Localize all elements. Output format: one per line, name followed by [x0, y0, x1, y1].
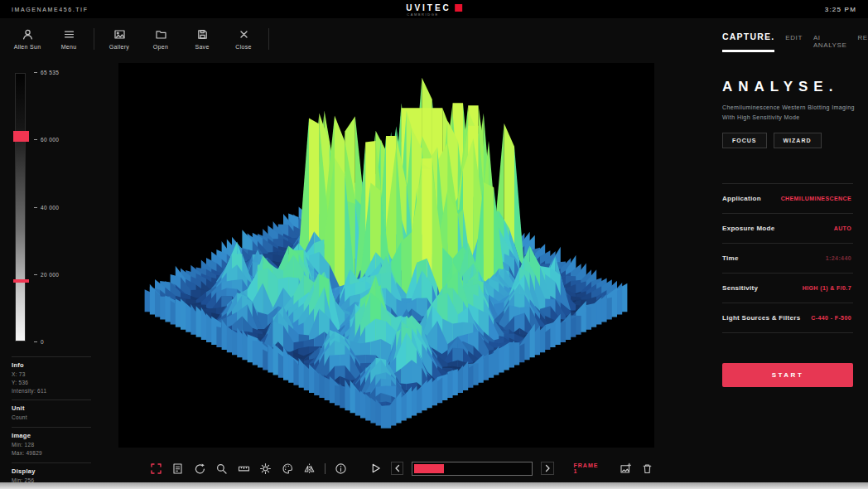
image-min: Min: 128 — [12, 441, 91, 449]
controls-divider — [325, 463, 326, 474]
wizard-button[interactable]: WIZARD — [774, 133, 822, 148]
setting-label: Application — [722, 195, 761, 202]
panel-title: ANALYSE. — [722, 79, 853, 95]
palette-icon[interactable] — [281, 462, 294, 476]
toolbar-divider — [268, 28, 269, 50]
bottom-edge-strip — [0, 482, 868, 489]
close-label: Close — [235, 44, 251, 50]
setting-value: C-440 - F-500 — [811, 315, 851, 321]
previous-frame-icon[interactable] — [391, 462, 404, 475]
menu-label: Menu — [61, 44, 77, 50]
add-image-icon[interactable] — [619, 462, 632, 476]
brightness-icon[interactable] — [258, 462, 272, 476]
open-label: Open — [153, 44, 168, 50]
rotate-3d-icon[interactable] — [193, 462, 206, 476]
save-button[interactable]: Save — [181, 21, 223, 57]
focus-button[interactable]: FOCUS — [722, 133, 767, 148]
panel-subtitle: Chemiluminescence Western Blotting Imagi… — [722, 103, 865, 123]
open-folder-icon — [155, 28, 167, 41]
tick-60000: 60 000 — [34, 137, 59, 143]
save-icon — [196, 28, 209, 41]
setting-time[interactable]: Time 1:24:440 — [722, 243, 853, 273]
ruler-icon[interactable] — [237, 462, 250, 476]
tick-40000: 40 000 — [34, 205, 59, 211]
image-viewport[interactable] — [118, 63, 654, 448]
unit-section: Unit Count — [12, 399, 91, 427]
tick-0: 0 — [34, 339, 59, 345]
open-button[interactable]: Open — [140, 21, 181, 57]
tab-edit[interactable]: EDIT — [785, 34, 803, 41]
flip-compare-icon[interactable] — [302, 462, 316, 476]
setting-label: Light Sources & Filters — [722, 314, 800, 322]
setting-value: HIGH (1) & F/0.7 — [803, 285, 851, 291]
3d-surface-plot[interactable] — [137, 69, 634, 442]
image-range-section: Image Min: 128 Max: 49829 — [12, 427, 91, 462]
setting-label: Time — [722, 254, 739, 262]
gallery-button[interactable]: Gallery — [99, 21, 140, 57]
user-button[interactable]: Allen Sun — [7, 21, 48, 57]
capture-settings-list: Application CHEMILUMINESCENCE Exposure M… — [722, 183, 853, 333]
toolbar-divider — [94, 28, 94, 50]
titlebar: IMAGENAME456.TIF UVITEC CAMBRIDGE 3:25 P… — [0, 0, 868, 18]
zoom-icon[interactable] — [215, 462, 228, 476]
unit-title: Unit — [12, 404, 91, 412]
brand-logo: UVITEC CAMBRIDGE — [406, 3, 462, 12]
cursor-x: X: 73 — [12, 370, 91, 379]
left-sidebar: 65 535 60 000 40 000 20 000 0 Info X: 73… — [0, 60, 118, 482]
timeline-progress-fill — [414, 464, 444, 473]
info-icon[interactable] — [334, 462, 347, 476]
viewer-controls: FRAME 1 — [118, 456, 654, 481]
tick-mark — [34, 72, 37, 73]
system-clock: 3:25 PM — [825, 6, 856, 13]
main-toolbar: Allen Sun Menu Gallery Open Save — [0, 18, 654, 60]
setting-light-sources-filters[interactable]: Light Sources & Filters C-440 - F-500 — [722, 303, 853, 332]
gallery-icon — [113, 28, 126, 41]
colorbar-ticks: 65 535 60 000 40 000 20 000 0 — [34, 70, 59, 345]
mode-tabs: CAPTURE. EDIT AI ANALYSE REPORT — [700, 31, 868, 49]
tick-mark — [34, 139, 37, 140]
frame-timeline-scrubber[interactable] — [412, 462, 533, 476]
display-min-handle[interactable] — [13, 279, 29, 283]
display-max-handle[interactable] — [13, 131, 29, 142]
tick-65535: 65 535 — [34, 70, 59, 75]
right-panel: CAPTURE. EDIT AI ANALYSE REPORT ANALYSE.… — [700, 18, 868, 482]
tab-report[interactable]: REPORT — [857, 34, 868, 41]
open-file-name: IMAGENAME456.TIF — [12, 7, 89, 12]
display-range-title: Display — [12, 467, 91, 475]
user-name-label: Allen Sun — [14, 44, 41, 50]
tab-ai-analyse[interactable]: AI ANALYSE — [813, 34, 847, 49]
viewer-area: FRAME 1 — [118, 63, 654, 481]
unit-value: Count — [12, 414, 91, 422]
image-max: Max: 49829 — [12, 449, 91, 458]
cursor-y: Y: 536 — [12, 379, 91, 387]
intensity-colorbar[interactable] — [15, 73, 26, 341]
next-frame-icon[interactable] — [541, 462, 554, 475]
tab-capture[interactable]: CAPTURE. — [722, 31, 774, 41]
capture-mode-buttons: FOCUS WIZARD — [722, 133, 853, 148]
tick-mark — [34, 341, 37, 342]
brand-red-square-icon — [455, 4, 462, 12]
image-metadata-panel: Info X: 73 Y: 536 Intensity: 611 Unit Co… — [12, 356, 91, 489]
brand-subtitle: CAMBRIDGE — [407, 12, 439, 17]
setting-exposure-mode[interactable]: Exposure Mode AUTO — [722, 213, 853, 243]
close-button[interactable]: Close — [223, 21, 264, 57]
save-label: Save — [195, 44, 209, 50]
app-window: IMAGENAME456.TIF UVITEC CAMBRIDGE 3:25 P… — [0, 0, 868, 489]
close-icon — [238, 28, 250, 41]
start-capture-button[interactable]: START — [722, 363, 853, 387]
setting-label: Exposure Mode — [722, 225, 774, 232]
info-section: Info X: 73 Y: 536 Intensity: 611 — [12, 356, 91, 399]
gallery-label: Gallery — [109, 44, 129, 50]
tick-mark — [34, 207, 37, 208]
delete-frame-icon[interactable] — [641, 462, 654, 476]
fullscreen-icon[interactable] — [149, 462, 162, 476]
tick-mark — [34, 274, 37, 275]
menu-button[interactable]: Menu — [48, 21, 89, 57]
setting-value: 1:24:440 — [826, 255, 851, 261]
setting-sensitivity[interactable]: Sensitivity HIGH (1) & F/0.7 — [722, 273, 853, 303]
play-icon[interactable] — [369, 462, 382, 476]
tick-20000: 20 000 — [34, 272, 59, 278]
setting-application[interactable]: Application CHEMILUMINESCENCE — [722, 183, 853, 213]
cursor-intensity: Intensity: 611 — [12, 387, 91, 395]
report-document-icon[interactable] — [171, 462, 184, 476]
